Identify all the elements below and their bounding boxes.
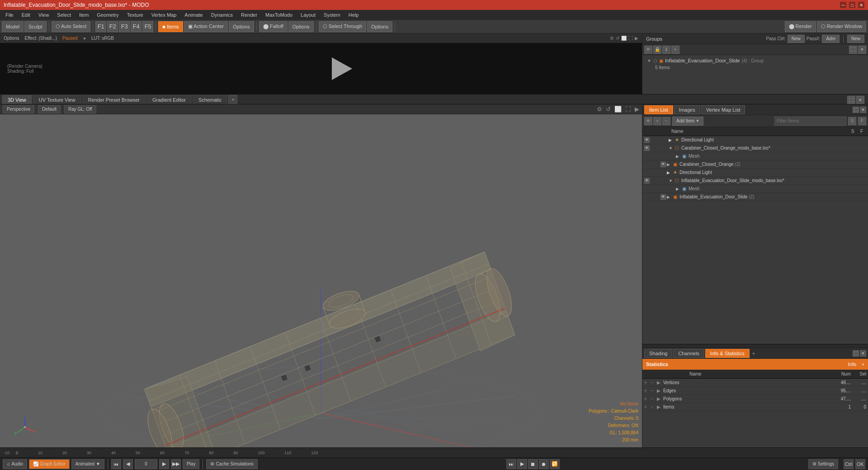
info-icon[interactable]: ℹ [662, 46, 670, 54]
expand-arrow-5[interactable]: ▶ [667, 195, 673, 199]
close-btn[interactable]: ✕ [858, 2, 864, 8]
maximize-btn[interactable]: □ [849, 2, 855, 8]
play-transport-btn[interactable]: ▶ [159, 459, 169, 469]
mode-sculpt-btn[interactable]: Sculpt [24, 21, 47, 32]
tab-schematic[interactable]: Schematic [193, 95, 227, 104]
tab-images[interactable]: Images [674, 105, 700, 114]
cache-simulations-btn[interactable]: ⚙ Cache Simulations [206, 459, 257, 469]
polygons-expand[interactable]: ▶ [657, 396, 663, 401]
f2-btn[interactable]: F2 [107, 21, 118, 32]
polygons-add[interactable]: + [644, 396, 651, 401]
item-row-carabiner-group[interactable]: 👁 ▶ ▣ Carabiner_Closed_Orange (2) [642, 160, 868, 169]
tab-shading[interactable]: Shading [644, 349, 672, 358]
toolbar-options1-btn[interactable]: Options [229, 21, 254, 32]
f3-btn[interactable]: F3 [119, 21, 130, 32]
expand-arrow-4[interactable]: ▼ [669, 179, 675, 183]
action-center-btn[interactable]: ▣ Action Center [184, 21, 228, 32]
stats-expand-btn[interactable]: ⛶ [853, 350, 859, 357]
pb-play2[interactable]: ▶ [517, 459, 527, 469]
tab-gradient-editor[interactable]: Gradient Editor [146, 95, 192, 104]
vertices-add[interactable]: + [644, 380, 651, 385]
item-add-btn[interactable]: + [653, 117, 661, 125]
lock-icon[interactable]: 🔒 [653, 46, 661, 54]
add-group-icon[interactable]: + [671, 46, 679, 54]
tab-item-list[interactable]: Item List [644, 105, 673, 114]
f5-btn[interactable]: F5 [142, 21, 153, 32]
toolbar-options2-btn[interactable]: Options [288, 21, 314, 32]
menu-system[interactable]: System [320, 11, 344, 19]
minimize-btn[interactable]: ─ [840, 2, 846, 8]
pb-loop[interactable]: 🔁 [550, 459, 560, 469]
gear-icon[interactable]: ⚙ [610, 36, 614, 41]
item-list-collapse-btn[interactable]: ▼ [860, 107, 866, 113]
items-minus[interactable]: − [651, 404, 657, 409]
audio-btn[interactable]: ♫ Audio [3, 459, 27, 469]
edges-add[interactable]: + [644, 388, 651, 393]
mode-model-btn[interactable]: Model [2, 21, 24, 32]
falloff-btn[interactable]: ⬤ Falloff [259, 21, 288, 32]
ray-gl-btn[interactable]: Ray GL: Off [64, 105, 96, 113]
menu-item[interactable]: Item [75, 11, 92, 19]
play-label-btn[interactable]: Play [183, 459, 199, 469]
toolbar-options3-btn[interactable]: Options [367, 21, 392, 32]
add-item-btn[interactable]: Add Item ▼ [672, 117, 703, 126]
expand-panel-icon[interactable]: ⛶ [849, 46, 857, 54]
eye-icon[interactable]: 👁 [644, 46, 652, 54]
pb-start[interactable]: ⏭ [506, 459, 516, 469]
menu-geometry[interactable]: Geometry [93, 11, 122, 19]
expand-viewport-btn[interactable]: ⛶ [847, 96, 855, 104]
vp-more-icon[interactable]: ▶ [635, 106, 639, 113]
expand-arrow-dl2[interactable]: ▶ [667, 170, 673, 175]
item-eye-btn[interactable]: 👁 [644, 117, 652, 125]
menu-file[interactable]: File [2, 11, 17, 19]
menu-vertex-map[interactable]: Vertex Map [148, 11, 180, 19]
select-through-btn[interactable]: ⬡ Select Through [319, 21, 366, 32]
group-collapse-icon[interactable]: ▼ [647, 58, 651, 63]
add-viewport-tab[interactable]: + [228, 95, 237, 104]
vp-fit-icon[interactable]: ⬜ [614, 106, 622, 113]
item-row-carabiner-root[interactable]: 👁 ▼ ⬡ Carabiner_Closed_Orange_modo_base.… [642, 144, 868, 152]
vertices-minus[interactable]: − [651, 380, 657, 385]
ctrl-btn[interactable]: Ctrl [844, 459, 854, 469]
vertices-expand[interactable]: ▶ [657, 380, 663, 385]
more-icon[interactable]: ▶ [635, 36, 638, 41]
settings-btn[interactable]: ⚙ Settings [808, 459, 838, 469]
tab-3d-view[interactable]: 3D View [2, 95, 32, 104]
pb-stop[interactable]: ⏹ [528, 459, 538, 469]
tab-uv-texture[interactable]: UV Texture View [33, 95, 81, 104]
play-button[interactable] [329, 55, 356, 82]
ok-btn[interactable]: OK [855, 459, 865, 469]
menu-dynamics[interactable]: Dynamics [208, 11, 236, 19]
expand-icon[interactable]: ⛶ [628, 36, 633, 41]
filter-s-btn[interactable]: S [848, 117, 856, 125]
menu-select[interactable]: Select [53, 11, 75, 19]
tab-vertex-map[interactable]: Vertex Map List [701, 105, 745, 114]
shading-btn[interactable]: Default [38, 105, 61, 113]
item-row-mesh-1[interactable]: ▶ ▣ Mesh [642, 152, 868, 160]
animated-btn[interactable]: Animated ▼ [71, 459, 104, 469]
menu-help[interactable]: Help [345, 11, 363, 19]
collapse-panel-icon[interactable]: ▼ [858, 46, 866, 54]
auto-select-btn[interactable]: ⬡ Auto Select [52, 21, 91, 32]
frame-input[interactable] [135, 459, 157, 469]
perspective-btn[interactable]: Perspective [3, 105, 34, 113]
menu-layout[interactable]: Layout [297, 11, 319, 19]
vp-expand-icon[interactable]: ⛶ [625, 106, 631, 113]
items-expand[interactable]: ▶ [657, 404, 663, 409]
polygons-minus[interactable]: − [651, 396, 657, 401]
reset-icon[interactable]: ↺ [616, 36, 619, 41]
item-list-scrollbar[interactable] [642, 344, 868, 348]
filter-items-input[interactable] [774, 117, 846, 126]
edges-minus[interactable]: − [651, 388, 657, 393]
f1-btn[interactable]: F1 [95, 21, 106, 32]
menu-edit[interactable]: Edit [18, 11, 34, 19]
prev-frame-btn[interactable]: ◀ [123, 459, 133, 469]
render-window-btn[interactable]: ⬡ Render Window [817, 21, 866, 32]
vp-reset-icon[interactable]: ↺ [606, 106, 611, 113]
add-stats-tab[interactable]: + [750, 351, 757, 356]
expand-arrow-1[interactable]: ▶ [669, 138, 675, 142]
groups-new-btn[interactable]: New [847, 35, 864, 43]
vp-gear-icon[interactable]: ⚙ [597, 106, 602, 113]
items-add[interactable]: + [644, 404, 651, 409]
item-row-inflatable-root[interactable]: 👁 ▼ ⬡ Inflatable_Evacuation_Door_Slide_m… [642, 177, 868, 185]
